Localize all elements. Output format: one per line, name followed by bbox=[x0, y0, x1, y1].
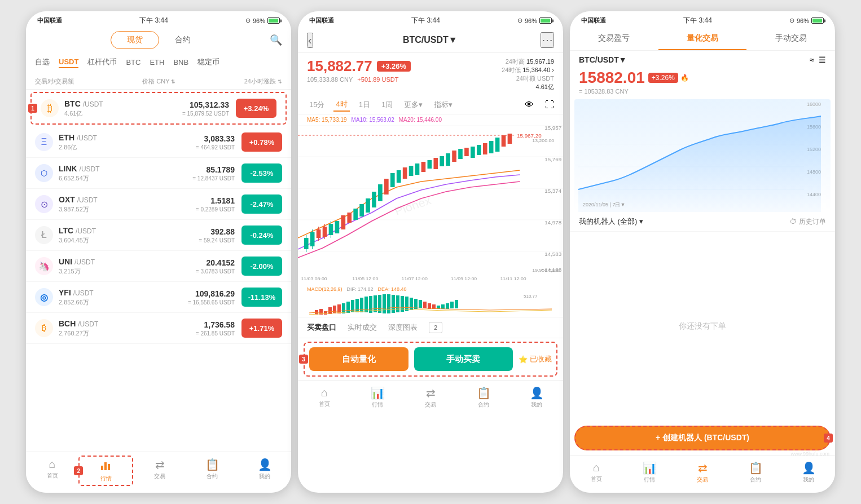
svg-text:16000: 16000 bbox=[807, 101, 821, 107]
time-4h[interactable]: 4时 bbox=[333, 98, 349, 112]
oxt-name: OXT /USDT bbox=[59, 195, 196, 204]
bottom-nav-1: ⌂ 首页 2 行情 ⇄ 交易 📋 合约 bbox=[26, 452, 291, 493]
btc-change-btn[interactable]: +3.24% bbox=[236, 99, 276, 118]
bot-change: +3.26% bbox=[648, 73, 678, 83]
trade-icon-2: ⇄ bbox=[426, 386, 436, 400]
filter-watchlist[interactable]: 自选 bbox=[35, 56, 50, 68]
uni-change-btn[interactable]: -2.00% bbox=[241, 257, 282, 276]
link-info: LINK /USDT 6,652.54万 bbox=[59, 164, 192, 183]
nav-home-3[interactable]: ⌂ 首页 bbox=[570, 459, 623, 486]
search-btn[interactable]: 🔍 bbox=[270, 34, 282, 46]
filter-leverage[interactable]: 杠杆代币 bbox=[87, 56, 117, 68]
more-btn[interactable]: ⋯ bbox=[541, 32, 554, 48]
nav-contract-3[interactable]: 📋 合约 bbox=[729, 459, 782, 486]
svg-rect-28 bbox=[347, 213, 352, 223]
filter-stable[interactable]: 稳定币 bbox=[197, 56, 219, 68]
eth-change-btn[interactable]: +0.78% bbox=[241, 132, 282, 152]
nav-contract-1[interactable]: 📋 合约 bbox=[186, 456, 239, 486]
macd-labels: MACD(12,26,9) DIF: 174.82 DEA: 148.40 bbox=[298, 285, 563, 293]
svg-rect-0 bbox=[101, 466, 103, 470]
svg-rect-93 bbox=[450, 302, 454, 308]
nav-mine-3[interactable]: 👤 我的 bbox=[782, 459, 835, 486]
list-icon[interactable]: ☰ bbox=[819, 55, 826, 64]
battery-icon-1: ⊙ bbox=[245, 17, 251, 24]
nav-mine-1[interactable]: 👤 我的 bbox=[239, 456, 291, 486]
yfi-change-btn[interactable]: -11.13% bbox=[241, 288, 282, 307]
ma-labels: MA5: 15,733.19 MA10: 15,563.02 MA20: 15,… bbox=[298, 114, 563, 125]
nav-market-2[interactable]: 📊 行情 bbox=[351, 384, 404, 411]
eth-name: ETH /USDT bbox=[59, 133, 196, 142]
tab-spot[interactable]: 现货 bbox=[111, 31, 159, 49]
oxt-change-btn[interactable]: -2.47% bbox=[241, 194, 282, 214]
coin-row-oxt[interactable]: ⊙ OXT /USDT 3,987.52万 1.5181 = 0.2289 US… bbox=[26, 189, 291, 220]
tab-orderbook[interactable]: 买卖盘口 bbox=[307, 322, 336, 333]
bch-change-btn[interactable]: +1.71% bbox=[241, 319, 282, 338]
tab-quant[interactable]: 量化交易 bbox=[658, 28, 747, 50]
sort-icon[interactable]: ≈ bbox=[810, 55, 814, 64]
svg-rect-30 bbox=[359, 204, 364, 216]
link-vol: 6,652.54万 bbox=[59, 174, 192, 183]
svg-rect-27 bbox=[341, 215, 346, 229]
status-bar-1: 中国联通 下午 3:44 ⊙ 96% bbox=[26, 11, 291, 28]
time-15m[interactable]: 15分 bbox=[307, 99, 327, 111]
tab-manual[interactable]: 手动交易 bbox=[746, 28, 835, 50]
coin-row-bch[interactable]: ₿ BCH /USDT 2,760.27万 1,736.58 = 261.85 … bbox=[26, 313, 291, 344]
robot-label[interactable]: 我的机器人 (全部) ▾ bbox=[579, 216, 643, 227]
tab-contract[interactable]: 合约 bbox=[159, 32, 207, 48]
time-more[interactable]: 更多▾ bbox=[402, 99, 425, 111]
nav-market-3[interactable]: 📊 行情 bbox=[623, 459, 676, 486]
svg-text:11/05 12:00: 11/05 12:00 bbox=[352, 276, 379, 281]
nav-contract-2[interactable]: 📋 合约 bbox=[457, 384, 510, 411]
nav-mine-2[interactable]: 👤 我的 bbox=[510, 384, 563, 411]
auto-trade-btn[interactable]: 自动量化 bbox=[309, 347, 408, 371]
fav-btn[interactable]: ⭐ 已收藏 bbox=[519, 354, 552, 364]
table-header: 交易对/交易额 价格 CNY ⇅ 24小时涨跌 ⇅ bbox=[26, 74, 291, 90]
bottom-nav-3: ⌂ 首页 📊 行情 ⇄ 交易 📋 合约 👤 我的 bbox=[570, 455, 835, 493]
svg-rect-92 bbox=[446, 303, 449, 309]
svg-rect-2 bbox=[108, 464, 110, 470]
time-1d[interactable]: 1日 bbox=[357, 99, 372, 111]
nav-market-1[interactable]: 2 行情 bbox=[78, 456, 133, 486]
tab-pnl[interactable]: 交易盈亏 bbox=[570, 28, 658, 50]
nav-home-1[interactable]: ⌂ 首页 bbox=[26, 456, 78, 486]
svg-rect-80 bbox=[392, 295, 395, 313]
eye-icon[interactable]: 👁 bbox=[525, 100, 534, 110]
bot-price-section: 15882.01 +3.26% 🔥 = 105328.83 CNY bbox=[570, 67, 835, 99]
manual-trade-btn[interactable]: 手动买卖 bbox=[414, 347, 513, 371]
history-btn[interactable]: ⏱ 历史订单 bbox=[790, 217, 826, 227]
link-change-btn[interactable]: -2.53% bbox=[241, 163, 282, 183]
svg-text:14,583: 14,583 bbox=[544, 251, 561, 257]
fullscreen-icon[interactable]: ⛶ bbox=[545, 100, 554, 110]
filter-bnb[interactable]: BNB bbox=[173, 57, 188, 68]
nav-trade-1[interactable]: ⇄ 交易 bbox=[133, 456, 186, 486]
coin-row-eth[interactable]: Ξ ETH /USDT 2.86亿 3,083.33 = 464.92 USDT… bbox=[26, 127, 291, 158]
coin-row-yfi[interactable]: ◎ YFI /USDT 2,852.66万 109,816.29 = 16,55… bbox=[26, 282, 291, 313]
coin-row-ltc[interactable]: Ł LTC /USDT 3,604.45万 392.88 = 59.24 USD… bbox=[26, 220, 291, 251]
nav-trade-2[interactable]: ⇄ 交易 bbox=[404, 384, 457, 411]
time-indicator[interactable]: 指标▾ bbox=[432, 99, 455, 111]
filter-btc[interactable]: BTC bbox=[126, 57, 140, 68]
svg-rect-49 bbox=[477, 145, 481, 155]
filter-usdt[interactable]: USDT bbox=[59, 56, 78, 68]
svg-rect-32 bbox=[372, 192, 376, 207]
create-bot-btn[interactable]: + 创建机器人 (BTC/USDT) bbox=[574, 426, 831, 450]
bot-coin-pair[interactable]: BTC/USDT▼ bbox=[579, 55, 627, 64]
svg-rect-34 bbox=[384, 179, 389, 194]
filter-eth[interactable]: ETH bbox=[150, 57, 164, 68]
nav-home-2[interactable]: ⌂ 首页 bbox=[298, 384, 351, 411]
coin-row-uni[interactable]: 🦄 UNI /USDT 3,215万 20.4152 = 3.0783 USDT… bbox=[26, 251, 291, 282]
ltc-change-btn[interactable]: -0.24% bbox=[241, 226, 282, 245]
coin-row-btc[interactable]: ₿ BTC /USDT 4.61亿 105,312.33 = 15,879.52… bbox=[30, 92, 287, 125]
svg-rect-29 bbox=[353, 209, 358, 220]
tab-depth[interactable]: 深度图表 bbox=[388, 322, 418, 333]
nav-trade-3[interactable]: ⇄ 交易 bbox=[676, 459, 729, 486]
time-1w[interactable]: 1周 bbox=[379, 99, 395, 111]
btc-vol: 4.61亿 bbox=[64, 109, 182, 118]
back-btn[interactable]: ‹ bbox=[307, 33, 313, 48]
time-tabs: 15分 4时 1日 1周 更多▾ 指标▾ 👁 ⛶ bbox=[298, 96, 563, 114]
svg-rect-42 bbox=[433, 158, 438, 169]
carrier-1: 中国联通 bbox=[37, 16, 62, 25]
bot-price: 15882.01 bbox=[579, 69, 645, 87]
coin-row-link[interactable]: ⬡ LINK /USDT 6,652.54万 85.1789 = 12.8437… bbox=[26, 158, 291, 189]
tab-trades[interactable]: 实时成交 bbox=[348, 322, 377, 333]
